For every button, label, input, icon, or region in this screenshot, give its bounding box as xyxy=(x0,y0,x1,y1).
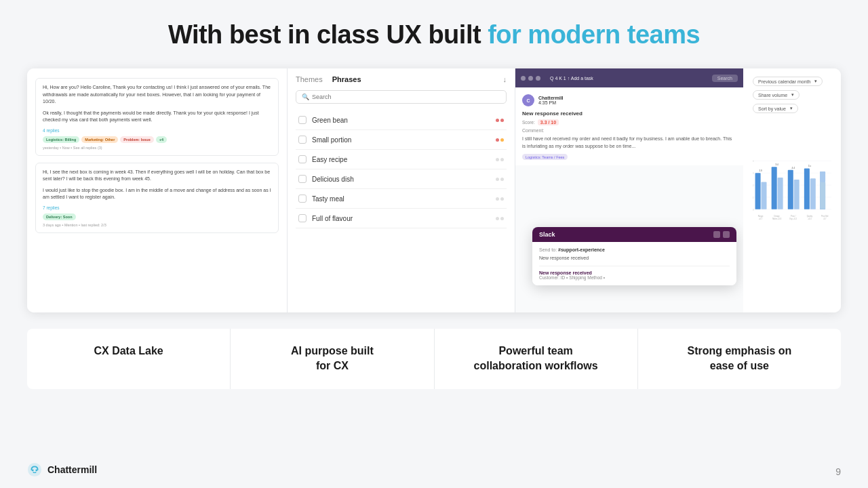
headline-part1: With best in class UX built xyxy=(168,20,488,49)
filter-sort[interactable]: Sort by value ▾ xyxy=(753,104,798,113)
topbar-dot-1 xyxy=(521,76,526,81)
topbar-search[interactable]: Search xyxy=(712,75,738,82)
svg-text:4.4: 4.4 xyxy=(792,167,795,169)
score-label: Score: xyxy=(522,120,535,125)
phrase-item-6: Full of flavour xyxy=(296,209,507,228)
svg-point-28 xyxy=(35,470,37,472)
chart-header: Previous calendar month ▾ Share volume ▾… xyxy=(753,77,831,113)
phrase-checkbox-6[interactable] xyxy=(298,214,307,222)
phrase-dots-2 xyxy=(496,138,504,142)
reviewer-name: Chattermill xyxy=(538,96,564,100)
phrase-checkbox-3[interactable] xyxy=(298,155,307,163)
tag-marketing: Marketing: Other xyxy=(81,136,118,143)
reviewer-info: Chattermill 4:35 PM xyxy=(538,96,564,105)
slack-to-row: Send to: #support-experience xyxy=(539,247,730,252)
screenshots-container: Hi, How are you? Hello Caroline, Thank y… xyxy=(27,68,841,312)
search-input[interactable] xyxy=(312,94,500,100)
phrase-checkbox-5[interactable] xyxy=(298,195,307,203)
phrase-item-2: Small portion xyxy=(296,130,507,150)
svg-text:1: 1 xyxy=(753,197,754,199)
footer: Chattermill xyxy=(27,462,97,477)
feature-title-1: CX Data Lake xyxy=(41,344,216,359)
panel-ai-phrases: Themes Phrases ↓ 🔍 Green bean Small port… xyxy=(288,68,515,312)
review-section: C Chattermill 4:35 PM New response recei… xyxy=(515,87,743,165)
review-tag-logistics: Logistics: Teams / Fees xyxy=(522,154,568,160)
svg-text:Exp +0.2: Exp +0.2 xyxy=(790,218,797,220)
phrase-checkbox-4[interactable] xyxy=(298,175,307,183)
topbar-dot-2 xyxy=(528,76,533,81)
slack-icon-1 xyxy=(713,231,720,238)
phrase-dots-6 xyxy=(496,217,504,220)
svg-text:4: 4 xyxy=(753,160,754,163)
panel-team-collab: Q 4 K 1 ↑ Add a task Search C Chattermil… xyxy=(515,68,743,312)
reviewer-avatar: C xyxy=(522,94,534,106)
svg-text:0: 0 xyxy=(753,209,754,211)
phrase-dots-5 xyxy=(496,197,504,201)
svg-point-27 xyxy=(32,470,34,472)
features-row: CX Data Lake AI purpose builtfor CX Powe… xyxy=(27,329,841,389)
tags-1: Logistics: Billing Marketing: Other Prob… xyxy=(43,136,271,143)
score-value: 3.3 / 10 xyxy=(538,119,559,125)
svg-text:Moles +0.6: Moles +0.6 xyxy=(772,218,782,220)
phrase-label-5: Tasty meal xyxy=(312,195,496,203)
svg-text:Price/Val: Price/Val xyxy=(821,215,829,218)
phrase-label-1: Green bean xyxy=(312,117,496,124)
score-row: Score: 3.3 / 10 xyxy=(522,119,736,125)
replies-count-1: 4 replies xyxy=(43,128,271,133)
filter-calendar[interactable]: Previous calendar month ▾ xyxy=(753,77,823,86)
download-icon[interactable]: ↓ xyxy=(503,75,507,83)
slack-title: Slack xyxy=(539,231,555,238)
tag-logistics: Logistics: Billing xyxy=(43,136,79,143)
conversation-item-1: Hi, How are you? Hello Caroline, Thank y… xyxy=(35,78,279,156)
svg-rect-18 xyxy=(820,171,825,182)
phrase-item-1: Green bean xyxy=(296,110,507,130)
conv-text-1: Hi, How are you? Hello Caroline, Thank y… xyxy=(43,84,271,106)
svg-text:Design: Design xyxy=(774,215,781,218)
phrase-dots-1 xyxy=(496,119,504,122)
bar-quality-dark xyxy=(804,169,810,209)
feature-ai: AI purpose builtfor CX xyxy=(231,329,434,389)
feature-ease-of-use: Strong emphasis onease of use xyxy=(638,329,841,389)
feature-title-2: AI purpose builtfor CX xyxy=(244,344,420,374)
phrase-dots-4 xyxy=(496,178,504,181)
chattermill-logo-icon xyxy=(27,462,42,477)
slack-icons xyxy=(713,231,730,238)
bar-range-dark xyxy=(755,173,761,209)
slack-sub: Customer: ID • Shipping Method • xyxy=(539,275,730,280)
svg-text:Quality: Quality xyxy=(807,215,813,218)
feature-cx-data-lake: CX Data Lake xyxy=(27,329,231,389)
svg-text:3.4: 3.4 xyxy=(776,163,779,166)
search-bar[interactable]: 🔍 xyxy=(296,90,507,104)
topbar-dots xyxy=(521,76,540,81)
phrase-checkbox-2[interactable] xyxy=(298,136,307,144)
logo-text: Chattermill xyxy=(47,464,97,475)
conv-meta-2: 3 days ago • Mention • last replied: 2/3 xyxy=(43,223,271,227)
filter-share-volume[interactable]: Share volume ▾ xyxy=(753,90,800,100)
topbar-label: Q 4 K 1 ↑ Add a task xyxy=(550,76,593,81)
replies-count-2: 7 replies xyxy=(43,205,271,210)
slack-icon-2 xyxy=(723,231,730,238)
search-icon: 🔍 xyxy=(302,94,309,100)
review-title: New response received xyxy=(522,110,736,117)
slack-channel: #support-experience xyxy=(558,247,605,252)
slide: With best in class UX built for modern t… xyxy=(0,0,868,488)
phrase-label-3: Easy recipe xyxy=(312,156,496,163)
review-tags-row: Logistics: Teams / Fees xyxy=(522,154,736,160)
phrase-checkbox-1[interactable] xyxy=(298,116,307,124)
bar-design-dark xyxy=(772,167,777,209)
svg-text:-0.7: -0.7 xyxy=(823,218,827,220)
svg-text:Range: Range xyxy=(758,215,764,218)
conv-text-1b: Ok really, I thought that the payments w… xyxy=(43,110,271,124)
phrase-item-5: Tasty meal xyxy=(296,189,507,209)
reviewer-row: C Chattermill 4:35 PM xyxy=(522,94,736,106)
svg-point-26 xyxy=(28,463,41,476)
feature-team-collab: Powerful teamcollaboration workflows xyxy=(435,329,638,389)
svg-text:2: 2 xyxy=(753,184,754,187)
tag-delivery: Delivery: Soon xyxy=(43,214,76,220)
phrase-dots-3 xyxy=(496,158,504,161)
tab-themes[interactable]: Themes xyxy=(296,75,323,83)
panel-bar-chart: Previous calendar month ▾ Share volume ▾… xyxy=(743,68,841,312)
inner-app: Q 4 K 1 ↑ Add a task Search C Chattermil… xyxy=(515,68,743,312)
tab-phrases[interactable]: Phrases xyxy=(332,75,361,83)
svg-rect-17 xyxy=(820,182,825,209)
